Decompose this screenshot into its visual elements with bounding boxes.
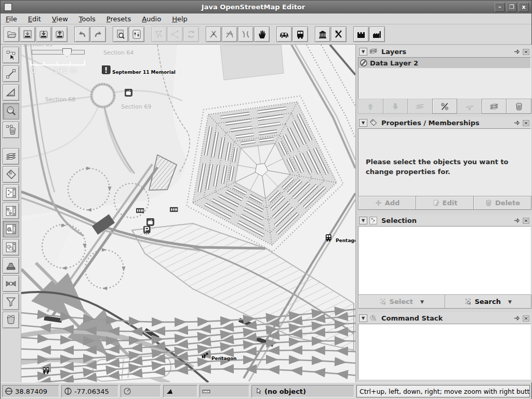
layer-up-button[interactable] xyxy=(358,99,383,114)
tv-marker-1[interactable] xyxy=(125,89,134,98)
pin-icon[interactable] xyxy=(513,119,521,126)
redo-button[interactable] xyxy=(90,26,106,42)
menu-edit[interactable]: Edit xyxy=(28,15,41,23)
selection-panel-toggle-button[interactable] xyxy=(3,184,19,201)
delete-tool-button[interactable] xyxy=(3,122,19,138)
undo-button[interactable] xyxy=(74,26,90,42)
eyeslash-icon xyxy=(440,102,449,111)
pin-icon[interactable] xyxy=(513,315,521,322)
way-tool-1-button[interactable] xyxy=(206,26,221,42)
edit-property-button[interactable]: Edit xyxy=(416,196,474,210)
menu-file[interactable]: File xyxy=(6,15,17,23)
dropdown-arrow-icon[interactable]: ▼ xyxy=(508,299,512,304)
selection-list[interactable] xyxy=(358,226,531,295)
conflicts-panel-toggle-button[interactable] xyxy=(3,275,19,292)
split-way-button[interactable] xyxy=(167,26,183,42)
layers-panel-toggle-button[interactable] xyxy=(3,148,19,165)
unglue-ways-button[interactable] xyxy=(151,26,167,42)
close-panel-icon[interactable] xyxy=(522,217,530,224)
properties-panel-header[interactable]: ▼ Properties / Memberships xyxy=(358,117,531,128)
object-field[interactable]: (no object) xyxy=(251,385,354,397)
menu-presets[interactable]: Presets xyxy=(107,15,131,23)
preset-works-button[interactable] xyxy=(369,26,385,42)
bus-pair-marker[interactable] xyxy=(43,367,52,376)
upload-data-button[interactable] xyxy=(52,26,68,42)
latitude-field[interactable]: 38.87409 xyxy=(2,385,59,397)
relations-panel-toggle-button[interactable] xyxy=(3,203,19,219)
layers-list[interactable]: Data Layer 2 xyxy=(358,57,531,99)
layer-delete-button[interactable] xyxy=(506,99,531,114)
bus-stop-pentagon[interactable]: Pentagon xyxy=(325,234,355,243)
download-data-button[interactable] xyxy=(36,26,51,42)
update-data-button[interactable] xyxy=(183,26,199,42)
collapse-icon[interactable]: ▼ xyxy=(359,314,367,322)
maximize-button[interactable]: ❐ xyxy=(507,3,517,12)
heading-field[interactable] xyxy=(121,385,161,397)
close-panel-icon[interactable] xyxy=(522,315,530,322)
close-panel-icon[interactable] xyxy=(522,119,530,126)
way-tool-2-button[interactable] xyxy=(222,26,237,42)
preset-car-button[interactable] xyxy=(276,26,292,42)
zoom-slider[interactable] xyxy=(32,50,85,55)
collapse-icon[interactable]: ▼ xyxy=(359,119,367,127)
download-object-button[interactable] xyxy=(113,26,128,42)
preset-bus-button[interactable] xyxy=(292,26,308,42)
zoom-tool-button[interactable] xyxy=(3,103,19,119)
parking-marker[interactable] xyxy=(143,226,153,235)
select-button[interactable]: Select▼ xyxy=(358,295,445,309)
close-button[interactable]: x xyxy=(518,3,529,12)
selection-buttons: Select▼Search▼ xyxy=(358,295,531,309)
collapse-icon[interactable]: ▼ xyxy=(359,48,367,56)
collapse-icon[interactable]: ▼ xyxy=(359,217,367,224)
menu-tools[interactable]: Tools xyxy=(79,15,96,23)
memorial-marker[interactable]: September 11 Memorial xyxy=(102,65,176,75)
open-file-button[interactable] xyxy=(4,26,19,42)
layer-visibility-button[interactable] xyxy=(432,99,458,114)
select-tool-button[interactable] xyxy=(3,47,19,63)
menu-help[interactable]: Help xyxy=(172,15,188,23)
command-stack-list[interactable] xyxy=(358,324,531,380)
minimize-button[interactable]: – xyxy=(495,3,505,12)
objects-panel-toggle-button[interactable] xyxy=(3,239,19,256)
distance-field[interactable] xyxy=(200,385,249,397)
close-panel-icon[interactable] xyxy=(522,48,530,55)
way-tool-3-button[interactable] xyxy=(238,26,254,42)
map-paint-toggle-button[interactable] xyxy=(3,221,19,237)
add-property-button[interactable]: Add xyxy=(358,196,416,210)
filter-panel-toggle-button[interactable] xyxy=(3,294,19,310)
map-canvas[interactable] xyxy=(21,45,355,382)
tags-panel-toggle-button[interactable] xyxy=(3,166,19,183)
selection-panel-header[interactable]: ▼ Selection xyxy=(358,215,531,226)
platform-marker-1[interactable] xyxy=(136,207,145,217)
longitude-field[interactable]: -77.06345 xyxy=(61,385,118,397)
pan-button[interactable] xyxy=(254,26,270,42)
layer-new-button[interactable] xyxy=(482,99,507,114)
layer-merge-button[interactable] xyxy=(407,99,433,114)
layer-down-button[interactable] xyxy=(383,99,408,114)
draw-node-tool-button[interactable] xyxy=(3,65,19,82)
menu-audio[interactable]: Audio xyxy=(142,15,161,23)
pin-icon[interactable] xyxy=(513,217,521,224)
preset-museum-button[interactable] xyxy=(315,26,330,42)
command-stack-header[interactable]: ▼ Command Stack xyxy=(358,312,531,324)
delete-property-button[interactable]: Delete xyxy=(473,196,531,210)
map-view[interactable]: 0 142 m Section 65Section 64Section 68Se… xyxy=(21,45,355,382)
metro-station-pentagon[interactable]: Pentagon xyxy=(201,352,237,361)
preferences-button[interactable] xyxy=(129,26,144,42)
command-stack-toggle-button[interactable] xyxy=(3,312,19,328)
layer-row-data-layer-2[interactable]: Data Layer 2 xyxy=(358,58,530,68)
preset-restaurant-button[interactable] xyxy=(331,26,347,42)
angle-field[interactable] xyxy=(163,385,197,397)
layers-panel-header[interactable]: ▼ Layers xyxy=(358,46,531,57)
measure-tool-button[interactable] xyxy=(3,84,19,101)
search-button[interactable]: Search▼ xyxy=(445,295,532,309)
dropdown-arrow-icon[interactable]: ▼ xyxy=(420,299,424,304)
pin-icon[interactable] xyxy=(513,48,521,55)
platform-marker-2[interactable] xyxy=(170,206,179,216)
preset-castle-button[interactable] xyxy=(353,26,369,42)
authors-panel-toggle-button[interactable] xyxy=(3,257,19,274)
menu-view[interactable]: View xyxy=(52,15,68,23)
save-button[interactable] xyxy=(20,26,35,42)
layer-duplicate-button[interactable] xyxy=(457,99,482,114)
title-bar[interactable]: Java OpenStreetMap Editor – ❐ x xyxy=(1,1,531,14)
